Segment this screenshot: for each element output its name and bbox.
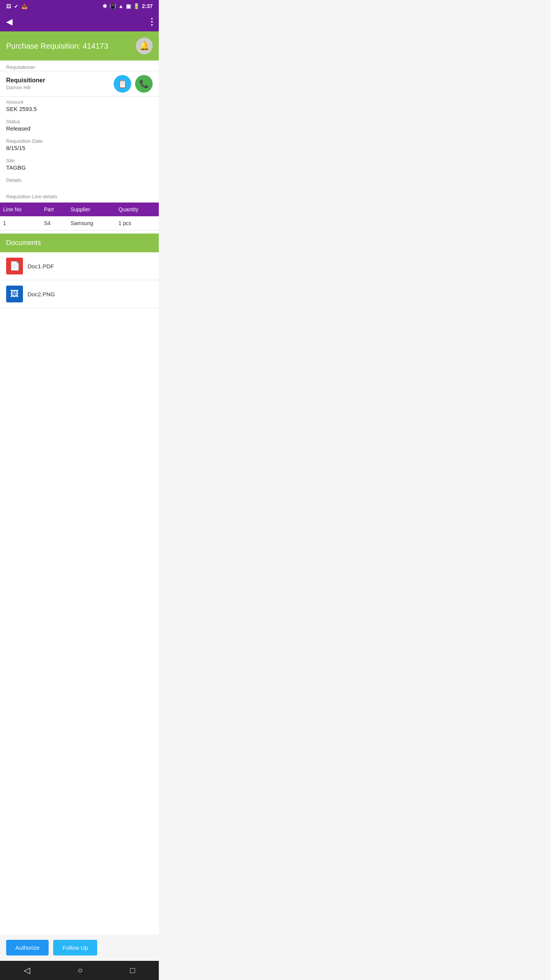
cell-quantity: 1 pcs bbox=[116, 216, 159, 230]
menu-dot-2 bbox=[151, 21, 153, 23]
followup-button[interactable]: Follow Up bbox=[53, 940, 97, 956]
table-row: 1 S4 Samsung 1 pcs bbox=[0, 216, 159, 230]
status-bar: 🖼 ✔ 📥 ✱ 📳 ▲ ▣ 🔋 2:37 bbox=[0, 0, 159, 12]
nav-home-icon[interactable]: ○ bbox=[78, 965, 83, 975]
table-section: Requisition Line details Line No Part Su… bbox=[0, 188, 159, 230]
png-symbol: 🖼 bbox=[10, 289, 19, 299]
pdf-symbol: 📄 bbox=[10, 261, 20, 271]
page-title: Purchase Requisition: 414173 bbox=[6, 42, 108, 51]
menu-dot-1 bbox=[151, 18, 153, 20]
table-header-row: Line No Part Supplier Quantity bbox=[0, 203, 159, 216]
details-block: Details bbox=[0, 175, 159, 188]
files-button[interactable]: 📋 bbox=[114, 75, 131, 93]
requisitioner-name: Requisitioner bbox=[6, 77, 45, 83]
inbox-icon: 📥 bbox=[21, 3, 28, 9]
battery-icon: 🔋 bbox=[133, 3, 140, 9]
bottom-nav: ◁ ○ □ bbox=[0, 961, 159, 980]
top-nav: ◀ bbox=[0, 12, 159, 31]
requisition-table: Line No Part Supplier Quantity 1 S4 Sams… bbox=[0, 203, 159, 230]
main-content: Requisitioner Requisitioner Damon Hill 📋… bbox=[0, 60, 159, 934]
status-icons: 🖼 ✔ 📥 bbox=[6, 3, 28, 9]
cell-supplier: Samsung bbox=[67, 216, 115, 230]
table-header: Line No Part Supplier Quantity bbox=[0, 203, 159, 216]
req-date-label: Requisition Date bbox=[6, 138, 153, 144]
sim-icon: ▣ bbox=[126, 3, 131, 9]
requisitioner-info: Requisitioner Damon Hill bbox=[6, 77, 45, 91]
nav-back-icon[interactable]: ◁ bbox=[24, 965, 30, 975]
nav-square-icon[interactable]: □ bbox=[130, 965, 135, 975]
req-date-block: Requisition Date 8/15/15 bbox=[0, 136, 159, 155]
details-label: Details bbox=[6, 177, 153, 183]
table-title: Requisition Line details bbox=[0, 194, 159, 203]
pdf-icon: 📄 bbox=[6, 258, 23, 274]
doc1-name: Doc1.PDF bbox=[28, 263, 54, 270]
amount-block: Amount SEK 2593.5 bbox=[0, 97, 159, 116]
bluetooth-icon: ✱ bbox=[103, 3, 107, 9]
documents-header: Documents bbox=[0, 234, 159, 252]
bottom-actions: Authorize Follow Up bbox=[0, 934, 159, 961]
site-block: Site TAGBG bbox=[0, 155, 159, 175]
status-value: Released bbox=[6, 125, 30, 132]
status-right: ✱ 📳 ▲ ▣ 🔋 2:37 bbox=[103, 3, 153, 9]
requisitioner-section-label: Requisitioner bbox=[0, 60, 159, 71]
documents-title: Documents bbox=[6, 239, 41, 247]
notification-bell-button[interactable]: 🔔 bbox=[136, 38, 153, 54]
cell-part: S4 bbox=[41, 216, 67, 230]
req-date-value: 8/15/15 bbox=[6, 145, 25, 151]
col-quantity: Quantity bbox=[116, 203, 159, 216]
col-lineno: Line No bbox=[0, 203, 41, 216]
page-header: Purchase Requisition: 414173 🔔 bbox=[0, 31, 159, 60]
site-value: TAGBG bbox=[6, 164, 26, 171]
doc2-name: Doc2.PNG bbox=[28, 291, 55, 297]
site-label: Site bbox=[6, 158, 153, 163]
cell-lineno: 1 bbox=[0, 216, 41, 230]
status-label: Status bbox=[6, 119, 153, 124]
table-body: 1 S4 Samsung 1 pcs bbox=[0, 216, 159, 230]
requisitioner-value: Damon Hill bbox=[6, 85, 31, 90]
clock: 2:37 bbox=[142, 3, 153, 9]
back-button[interactable]: ◀ bbox=[6, 17, 13, 27]
doc-item-pdf[interactable]: 📄 Doc1.PDF bbox=[0, 252, 159, 280]
menu-button[interactable] bbox=[151, 18, 153, 26]
action-icons: 📋 📞 bbox=[114, 75, 153, 93]
png-icon: 🖼 bbox=[6, 286, 23, 302]
doc-item-png[interactable]: 🖼 Doc2.PNG bbox=[0, 280, 159, 308]
col-supplier: Supplier bbox=[67, 203, 115, 216]
authorize-button[interactable]: Authorize bbox=[6, 940, 49, 956]
col-part: Part bbox=[41, 203, 67, 216]
vibrate-icon: 📳 bbox=[109, 3, 116, 9]
signal-icon: ▲ bbox=[118, 3, 124, 9]
amount-value: SEK 2593.5 bbox=[6, 106, 37, 112]
photo-icon: 🖼 bbox=[6, 3, 11, 9]
requisitioner-row: Requisitioner Damon Hill 📋 📞 bbox=[0, 71, 159, 96]
status-block: Status Released bbox=[0, 116, 159, 136]
amount-label: Amount bbox=[6, 99, 153, 105]
check-icon: ✔ bbox=[14, 3, 18, 9]
phone-button[interactable]: 📞 bbox=[135, 75, 153, 93]
phone-icon: 📞 bbox=[139, 79, 149, 88]
menu-dot-3 bbox=[151, 24, 153, 26]
files-icon: 📋 bbox=[118, 79, 127, 88]
